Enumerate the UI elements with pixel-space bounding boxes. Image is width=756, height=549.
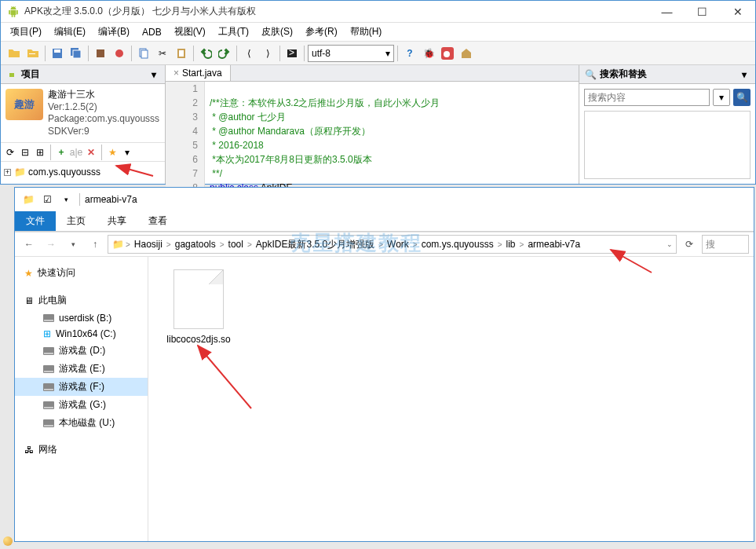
project-ver: Ver:1.2.5(2) — [48, 101, 159, 114]
collapse-icon[interactable]: ⊟ — [19, 146, 31, 159]
qa-dropdown-icon[interactable]: ▾ — [57, 191, 75, 208]
nav-drive[interactable]: ⊞Win10x64 (C:) — [15, 326, 148, 342]
tab-file[interactable]: 文件 — [15, 211, 56, 231]
menu-compile[interactable]: 编译(B) — [92, 24, 136, 40]
menu-ref[interactable]: 参考(R) — [299, 24, 344, 40]
project-tree[interactable]: + 📁 com.ys.quyousss — [1, 162, 165, 182]
menu-view[interactable]: 视图(V) — [168, 24, 212, 40]
open-file-icon[interactable] — [24, 45, 42, 62]
menu-edit[interactable]: 编辑(E) — [48, 24, 92, 40]
cut-icon[interactable]: ✂ — [154, 45, 171, 62]
folder-icon[interactable]: 📁 — [20, 191, 37, 208]
menu-skin[interactable]: 皮肤(S) — [255, 24, 299, 40]
pc-icon: 🖥 — [24, 295, 34, 306]
add-icon[interactable]: + — [55, 146, 68, 159]
paste-icon[interactable] — [173, 45, 190, 62]
bc-seg[interactable]: tool — [226, 239, 246, 250]
home-icon[interactable] — [458, 45, 475, 62]
project-panel: 项目 ▾ 趣游 趣游十三水 Ver:1.2.5(2) Package:com.y… — [1, 65, 166, 184]
file-item[interactable]: libcocos2djs.so — [161, 269, 236, 345]
nav-drive[interactable]: 游戏盘 (D:) — [15, 342, 148, 360]
svg-rect-1 — [54, 49, 60, 53]
svg-point-13 — [444, 51, 450, 57]
undo-icon[interactable] — [197, 45, 214, 62]
maximize-button[interactable]: ☐ — [685, 1, 720, 22]
search-options-icon[interactable]: ▾ — [713, 89, 730, 106]
nav-drive[interactable]: 游戏盘 (E:) — [15, 360, 148, 378]
tree-root[interactable]: + 📁 com.ys.quyousss — [4, 165, 162, 179]
props-icon[interactable]: ☑ — [38, 191, 56, 208]
back-button[interactable]: ← — [20, 235, 38, 254]
nav-this-pc[interactable]: 🖥此电脑 — [15, 291, 148, 310]
panel-menu-icon[interactable]: ▾ — [738, 68, 751, 81]
forward-button[interactable]: → — [42, 235, 60, 254]
nav-network[interactable]: 🖧网络 — [15, 440, 148, 459]
nav-drive[interactable]: userdisk (B:) — [15, 310, 148, 326]
tab-home[interactable]: 主页 — [56, 211, 97, 231]
network-icon: 🖧 — [24, 445, 34, 456]
expand-icon[interactable]: ⊞ — [34, 146, 46, 159]
svg-rect-7 — [141, 50, 148, 58]
open-folder-icon[interactable] — [5, 45, 23, 62]
windows-icon: ⊞ — [43, 328, 51, 339]
up-button[interactable]: ↑ — [86, 235, 104, 254]
nav-drive[interactable]: 游戏盘 (G:) — [15, 396, 148, 414]
project-panel-title: 项目 — [21, 68, 40, 81]
project-info: 趣游 趣游十三水 Ver:1.2.5(2) Package:com.ys.quy… — [1, 84, 165, 143]
search-input[interactable] — [584, 89, 710, 106]
close-button[interactable]: ✕ — [720, 1, 755, 22]
terminal-icon[interactable]: >_ — [283, 45, 301, 62]
sign-icon[interactable] — [111, 45, 128, 62]
weibo-icon[interactable] — [439, 45, 456, 62]
search-results — [584, 111, 751, 179]
menu-tools[interactable]: 工具(T) — [212, 24, 255, 40]
bc-seg[interactable]: ApkIDE最新3.5.0少月增强版 — [254, 238, 377, 251]
nav-drive-selected[interactable]: 游戏盘 (F:) — [15, 378, 148, 396]
bc-dropdown-icon[interactable]: ⌄ — [667, 240, 673, 248]
build-icon[interactable] — [92, 45, 109, 62]
bc-seg[interactable]: lib — [504, 239, 518, 250]
editor-tab[interactable]: × Start.java — [166, 65, 231, 81]
breadcrumb[interactable]: 📁 > Haosiji> gagatools> tool> ApkIDE最新3.… — [108, 235, 677, 254]
panel-menu-icon[interactable]: ▾ — [148, 68, 160, 81]
help-icon[interactable]: ? — [401, 45, 418, 62]
apkide-title: APK改之理 3.5.0.0（少月版） 七少月与小米人共有版权 — [24, 5, 649, 18]
menu-help[interactable]: 帮助(H) — [344, 24, 389, 40]
next-icon[interactable]: ⟩ — [259, 45, 276, 62]
bc-seg[interactable]: Haosiji — [132, 239, 165, 250]
explorer-nav[interactable]: ★快速访问 🖥此电脑 userdisk (B:) ⊞Win10x64 (C:) … — [15, 257, 148, 541]
explorer-files[interactable]: libcocos2djs.so — [148, 257, 754, 541]
search-go-icon[interactable]: 🔍 — [733, 89, 751, 106]
bc-seg[interactable]: gagatools — [173, 239, 218, 250]
more-icon[interactable]: ▾ — [121, 146, 133, 159]
bc-seg[interactable]: com.ys.quyousss — [419, 239, 496, 250]
delete-icon[interactable]: ✕ — [85, 146, 97, 159]
prev-icon[interactable]: ⟨ — [240, 45, 257, 62]
nav-quick-access[interactable]: ★快速访问 — [15, 263, 148, 283]
save-icon[interactable] — [49, 45, 66, 62]
menu-adb[interactable]: ADB — [136, 25, 168, 39]
project-name: 趣游十三水 — [48, 89, 159, 101]
tab-share[interactable]: 共享 — [97, 211, 137, 231]
bc-seg[interactable]: Work — [385, 239, 411, 250]
nav-drive[interactable]: 本地磁盘 (U:) — [15, 414, 148, 432]
close-tab-icon[interactable]: × — [173, 68, 179, 79]
recent-dropdown[interactable]: ▾ — [64, 235, 82, 254]
tab-view[interactable]: 查看 — [137, 211, 178, 231]
refresh-button[interactable]: ⟳ — [680, 235, 699, 254]
copy-icon[interactable] — [135, 45, 152, 62]
star-icon[interactable]: ★ — [106, 146, 119, 159]
menu-project[interactable]: 项目(P) — [4, 24, 48, 40]
redo-icon[interactable] — [216, 45, 233, 62]
save-all-icon[interactable] — [68, 45, 85, 62]
minimize-button[interactable]: — — [649, 1, 685, 22]
refresh-icon[interactable]: ⟳ — [4, 146, 16, 159]
android-icon — [5, 68, 18, 81]
explorer-search[interactable]: 搜 — [702, 235, 749, 254]
encoding-select[interactable]: utf-8▾ — [308, 45, 394, 62]
expand-box-icon[interactable]: + — [4, 169, 11, 176]
bug-icon[interactable]: 🐞 — [420, 45, 437, 62]
rename-icon[interactable]: a|e — [70, 146, 82, 159]
apkide-titlebar: APK改之理 3.5.0.0（少月版） 七少月与小米人共有版权 — ☐ ✕ — [1, 1, 755, 23]
bc-seg[interactable]: armeabi-v7a — [525, 239, 583, 250]
